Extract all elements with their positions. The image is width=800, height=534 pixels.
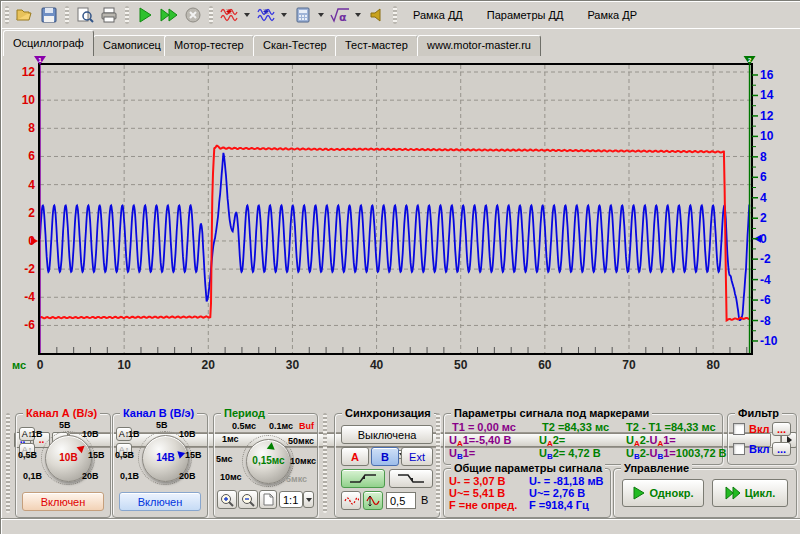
sync-edge-rising-button[interactable] <box>341 469 385 488</box>
scale-ratio-value[interactable]: 1:1 <box>279 491 303 508</box>
calculator-button[interactable] <box>291 4 315 26</box>
sync-title: Синхронизация <box>342 407 434 419</box>
svg-text:-8: -8 <box>760 314 771 328</box>
svg-text:40: 40 <box>370 358 384 372</box>
channel-a-range-value: 10В <box>46 452 91 463</box>
zoom-out-icon <box>241 493 255 507</box>
svg-text:мс: мс <box>12 359 26 371</box>
play-icon <box>633 486 645 500</box>
tab-test-master[interactable]: Тест-мастер <box>335 35 418 56</box>
tab-scan-tester[interactable]: Скан-Тестер <box>253 35 337 56</box>
channel-b-settings-dropdown[interactable] <box>278 4 289 26</box>
svg-text:8: 8 <box>760 150 767 164</box>
menu-ramka-dd[interactable]: Рамка ДД <box>401 5 475 25</box>
channel-a-settings-button[interactable] <box>217 4 241 26</box>
tab-motor-tester[interactable]: Мотор-тестер <box>164 35 254 56</box>
svg-text:10: 10 <box>117 358 131 372</box>
print-button[interactable] <box>97 4 121 26</box>
rising-edge-icon <box>349 472 377 485</box>
save-file-button[interactable] <box>37 4 61 26</box>
svg-text:50: 50 <box>454 358 468 372</box>
svg-text:6: 6 <box>28 149 35 163</box>
svg-text:0: 0 <box>28 234 35 248</box>
stop-button[interactable] <box>181 4 205 26</box>
knob-label: 0,5В <box>18 450 37 460</box>
cycle-run-button[interactable]: Цикл. <box>712 479 788 507</box>
menu-parametry-dd[interactable]: Параметры ДД <box>475 5 576 25</box>
sync-mode-auto-button[interactable] <box>341 491 361 510</box>
general-params-panel: Общие параметры сигнала U- = 3,07 В U~= … <box>443 468 611 518</box>
document-icon <box>263 493 274 506</box>
start-cycle-button[interactable] <box>157 4 181 26</box>
sync-source-b-button[interactable]: В <box>371 447 399 466</box>
tab-bar: Осциллограф Самописец Мотор-тестер Скан-… <box>1 28 800 56</box>
svg-text:4: 4 <box>760 191 767 205</box>
toolbar-grip[interactable] <box>209 6 213 24</box>
readout-b-uac: U~= 2,76 В <box>529 487 585 499</box>
knob-label: 10мкс <box>290 456 316 466</box>
red-waveform-icon <box>220 7 238 23</box>
single-run-button[interactable]: Однокр. <box>622 479 704 507</box>
knob-label: 0.1мс <box>269 421 293 431</box>
readout-ub2-ub1: UВ2-UВ1=1003,72 В <box>626 447 727 461</box>
tab-oscillograph[interactable]: Осциллограф <box>3 30 94 56</box>
start-button[interactable] <box>133 4 157 26</box>
new-view-button[interactable] <box>259 490 277 509</box>
sync-source-a-button[interactable]: А <box>341 447 369 466</box>
knob-label: 0.5мс <box>232 421 256 431</box>
knob-label: 20В <box>179 471 196 481</box>
sync-source-ext-button[interactable]: Ext <box>401 447 433 466</box>
toolbar-grip[interactable] <box>393 6 397 24</box>
toolbar-grip[interactable] <box>125 6 129 24</box>
svg-text:0: 0 <box>37 358 44 372</box>
tab-motor-master-ru[interactable]: www.motor-master.ru <box>417 35 541 56</box>
math-functions-dropdown[interactable] <box>352 4 363 26</box>
stop-icon <box>185 7 201 23</box>
channel-b-settings-button[interactable] <box>254 4 278 26</box>
tab-samopisec[interactable]: Самописец <box>93 35 171 56</box>
blue-waveform-icon <box>257 7 275 23</box>
filter-a-checkbox[interactable] <box>733 423 745 435</box>
filter-a-more-button[interactable]: ... <box>772 422 791 436</box>
svg-text:α: α <box>339 11 347 23</box>
toolbar-grip[interactable] <box>5 6 9 24</box>
marker-params-title: Параметры сигнала под маркерами <box>451 407 652 419</box>
zoom-in-button[interactable] <box>217 490 237 509</box>
knob-label-buf: Buf <box>299 421 314 431</box>
channel-a-settings-dropdown[interactable] <box>241 4 252 26</box>
menu-ramka-dr[interactable]: Рамка ДР <box>575 5 649 25</box>
svg-text:20: 20 <box>202 358 216 372</box>
sync-state-button[interactable]: Выключена <box>341 425 433 444</box>
sync-mode-level-button[interactable] <box>363 491 383 510</box>
oscilloscope-canvas[interactable]: 12121086420-2-4-61614121086420-2-4-6-8-1… <box>2 56 799 376</box>
toolbar-grip[interactable] <box>65 6 69 24</box>
svg-text:70: 70 <box>622 358 636 372</box>
filter-b-checkbox[interactable] <box>733 443 745 455</box>
open-file-button[interactable] <box>13 4 37 26</box>
svg-text:14: 14 <box>760 88 774 102</box>
sync-level-input[interactable] <box>386 492 416 509</box>
zoom-out-button[interactable] <box>238 490 258 509</box>
svg-text:2: 2 <box>760 211 767 225</box>
channel-b-panel: Канал В (В/э) А↕ А↕ 14В 1В 5В 10В 15В 20… <box>112 413 208 518</box>
svg-text:-2: -2 <box>760 252 771 266</box>
readout-ua2-ua1: UА2-UА1= <box>626 434 676 448</box>
panel-grip[interactable] <box>6 413 10 513</box>
knob-label: 1В <box>31 429 43 439</box>
period-panel: Период 0,15мс 0.5мс 0.1мс Buf 1мс 50мкс … <box>213 413 318 518</box>
sound-button[interactable] <box>365 4 389 26</box>
oscilloscope-plot-pane: 12121086420-2-4-61614121086420-2-4-6-8-1… <box>2 56 800 406</box>
sync-edge-falling-button[interactable] <box>389 469 433 488</box>
math-functions-button[interactable]: α <box>328 4 352 26</box>
svg-text:30: 30 <box>286 358 300 372</box>
filter-b-more-button[interactable]: ... <box>772 442 791 456</box>
channel-b-power-button[interactable]: Включен <box>119 492 201 511</box>
channel-a-power-button[interactable]: Включен <box>22 492 104 511</box>
period-knob[interactable]: 0,15мс <box>246 439 291 484</box>
scale-ratio-dropdown[interactable] <box>303 491 314 508</box>
readout-a-udc: U- = 3,07 В <box>449 475 506 487</box>
preview-button[interactable] <box>73 4 97 26</box>
calculator-dropdown[interactable] <box>315 4 326 26</box>
panel-grip[interactable] <box>436 413 440 513</box>
panel-grip[interactable] <box>323 413 327 513</box>
